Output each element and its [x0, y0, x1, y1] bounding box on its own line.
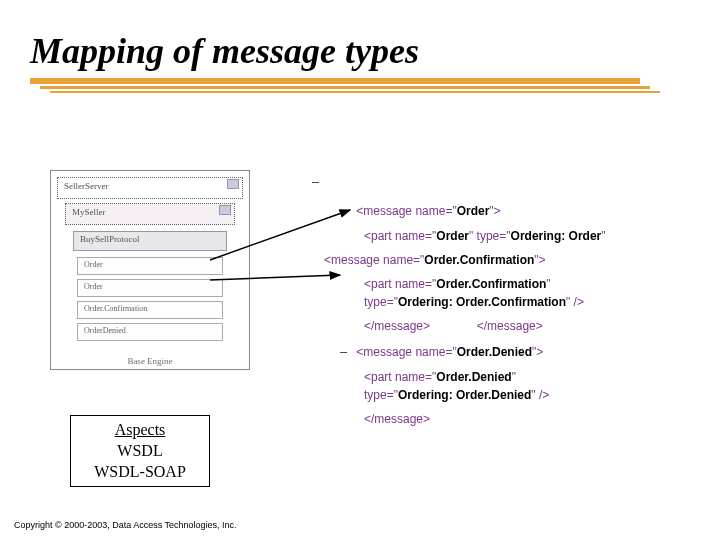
title-underline: [30, 78, 660, 94]
bullet-dash: –: [340, 344, 347, 359]
code-line: – <message name="Order">: [340, 200, 710, 221]
code-line: </message>: [364, 410, 710, 428]
code-line: <message name="Order.Confirmation">: [324, 251, 710, 269]
diagram-proto: BuySellProtocol: [73, 231, 227, 251]
code-line: type="Ordering: Order.Confirmation" />: [364, 293, 710, 311]
diagram-mid: MySeller: [65, 203, 235, 225]
aspects-item: WSDL: [71, 441, 209, 462]
diagram-outer: SellerServer: [57, 177, 243, 199]
code-line: <part name="Order" type="Ordering: Order…: [364, 227, 710, 245]
top-dash: –: [312, 174, 319, 190]
diagram-row: Order: [77, 257, 223, 275]
component-icon: [227, 179, 239, 189]
aspects-heading: Aspects: [71, 420, 209, 441]
diagram-caption: Base Engine: [51, 356, 249, 366]
code-line: type="Ordering: Order.Denied" />: [364, 386, 710, 404]
code-block: – <message name="Order"> <part name="Ord…: [340, 200, 710, 434]
uml-diagram: SellerServer MySeller BuySellProtocol Or…: [50, 170, 250, 370]
aspects-box: Aspects WSDL WSDL-SOAP: [70, 415, 210, 487]
slide-title: Mapping of message types: [30, 30, 419, 72]
code-line: <part name="Order.Confirmation": [364, 275, 710, 293]
aspects-item: WSDL-SOAP: [71, 462, 209, 483]
copyright-text: Copyright © 2000-2003, Data Access Techn…: [14, 520, 237, 530]
diagram-row: Order.Confirmation: [77, 301, 223, 319]
diagram-row: Order: [77, 279, 223, 297]
component-icon: [219, 205, 231, 215]
code-line: <part name="Order.Denied": [364, 368, 710, 386]
code-line: </message> </message>: [364, 317, 710, 335]
diagram-row: OrderDenied: [77, 323, 223, 341]
bullet-dash: –: [340, 203, 347, 218]
code-line: – <message name="Order.Denied">: [340, 341, 710, 362]
